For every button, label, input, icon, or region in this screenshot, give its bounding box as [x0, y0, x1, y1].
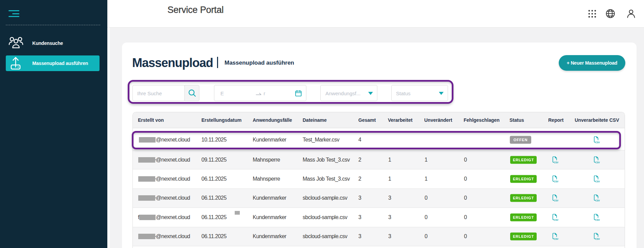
svg-text:CSV: CSV: [595, 219, 600, 221]
svg-text:CSV: CSV: [595, 161, 600, 163]
svg-text:CSV: CSV: [595, 200, 600, 202]
svg-text:CSV: CSV: [554, 238, 558, 240]
svg-text:CSV: CSV: [554, 219, 558, 221]
svg-text:CSV: CSV: [554, 161, 558, 163]
svg-text:CSV: CSV: [595, 180, 600, 182]
svg-text:CSV: CSV: [554, 200, 558, 202]
svg-text:CSV: CSV: [595, 238, 600, 240]
svg-text:CSV: CSV: [554, 180, 558, 182]
